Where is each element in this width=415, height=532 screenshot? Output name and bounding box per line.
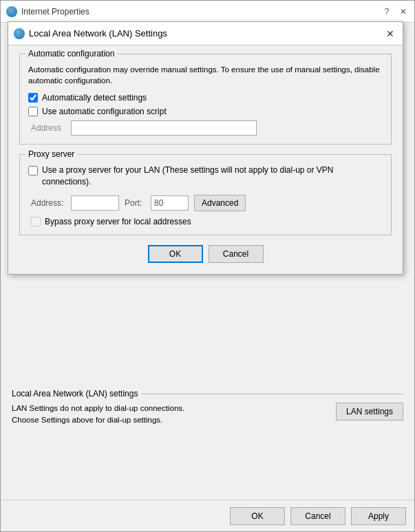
auto-config-content: Automatic configuration may override man… xyxy=(28,60,383,136)
lan-section-label-row: Local Area Network (LAN) settings xyxy=(12,389,403,398)
bypass-label: Bypass proxy server for local addresses xyxy=(45,217,191,226)
proxy-address-input[interactable] xyxy=(71,195,119,211)
bottom-apply-button[interactable]: Apply xyxy=(351,507,406,525)
auto-detect-checkbox[interactable] xyxy=(28,93,38,103)
bottom-ok-button[interactable]: OK xyxy=(230,507,285,525)
lan-close-button[interactable]: ✕ xyxy=(383,27,397,41)
use-proxy-label: Use a proxy server for your LAN (These s… xyxy=(42,164,379,188)
auto-config-group: Automatic configuration Automatic config… xyxy=(19,54,392,145)
outer-titlebar-left: Internet Properties xyxy=(6,6,89,17)
use-proxy-checkbox[interactable] xyxy=(28,166,38,175)
outer-window-title: Internet Properties xyxy=(21,7,89,17)
auto-detect-row: Automatically detect settings xyxy=(28,93,383,103)
use-script-checkbox[interactable] xyxy=(28,107,38,116)
auto-detect-label: Automatically detect settings xyxy=(42,93,147,103)
lan-titlebar: Local Area Network (LAN) Settings ✕ xyxy=(8,22,403,45)
proxy-address-row: Address: Port: Advanced xyxy=(28,195,383,211)
bypass-row: Bypass proxy server for local addresses xyxy=(28,217,383,226)
help-icon[interactable]: ? xyxy=(381,6,392,17)
proxy-server-group-label: Proxy server xyxy=(25,149,77,159)
lan-dialog-buttons: OK Cancel xyxy=(19,245,392,263)
lan-settings-button[interactable]: LAN settings xyxy=(336,403,403,421)
use-proxy-row: Use a proxy server for your LAN (These s… xyxy=(28,164,383,188)
close-outer-icon[interactable]: ✕ xyxy=(398,6,409,17)
bottom-cancel-button[interactable]: Cancel xyxy=(290,507,345,525)
lan-section-divider xyxy=(142,394,403,394)
advanced-button[interactable]: Advanced xyxy=(194,195,246,211)
auto-config-info: Automatic configuration may override man… xyxy=(28,64,383,86)
lan-section: Local Area Network (LAN) settings LAN Se… xyxy=(12,389,403,436)
bottom-bar: OK Cancel Apply xyxy=(1,500,414,531)
proxy-port-label: Port: xyxy=(125,198,145,208)
auto-address-label: Address xyxy=(31,123,65,133)
use-script-label: Use automatic configuration script xyxy=(42,107,167,116)
bypass-checkbox[interactable] xyxy=(31,217,41,226)
proxy-server-content: Use a proxy server for your LAN (These s… xyxy=(28,160,383,226)
outer-titlebar: Internet Properties ? ✕ xyxy=(1,1,414,23)
auto-config-group-label: Automatic configuration xyxy=(25,49,117,58)
globe-icon xyxy=(6,6,17,17)
outer-titlebar-icons: ? ✕ xyxy=(381,6,409,17)
lan-ok-button[interactable]: OK xyxy=(148,245,203,263)
lan-dialog-title: Local Area Network (LAN) Settings xyxy=(29,28,167,39)
use-script-row: Use automatic configuration script xyxy=(28,107,383,116)
outer-window: Internet Properties ? ✕ Local Area Netwo… xyxy=(0,0,415,532)
proxy-port-input[interactable] xyxy=(151,195,189,211)
proxy-address-label: Address: xyxy=(31,198,65,208)
auto-address-input[interactable] xyxy=(71,120,257,136)
lan-info-text: LAN Settings do not apply to dial-up con… xyxy=(12,403,328,425)
lan-globe-icon xyxy=(14,28,25,39)
auto-address-row: Address xyxy=(28,120,383,136)
lan-info-row: LAN Settings do not apply to dial-up con… xyxy=(12,403,403,425)
lan-cancel-button[interactable]: Cancel xyxy=(209,245,264,263)
lan-dialog: Local Area Network (LAN) Settings ✕ Auto… xyxy=(8,21,403,275)
lan-section-label: Local Area Network (LAN) settings xyxy=(12,389,138,398)
lan-body: Automatic configuration Automatic config… xyxy=(8,45,403,274)
proxy-server-group: Proxy server Use a proxy server for your… xyxy=(19,154,392,235)
lan-titlebar-left: Local Area Network (LAN) Settings xyxy=(14,28,167,39)
